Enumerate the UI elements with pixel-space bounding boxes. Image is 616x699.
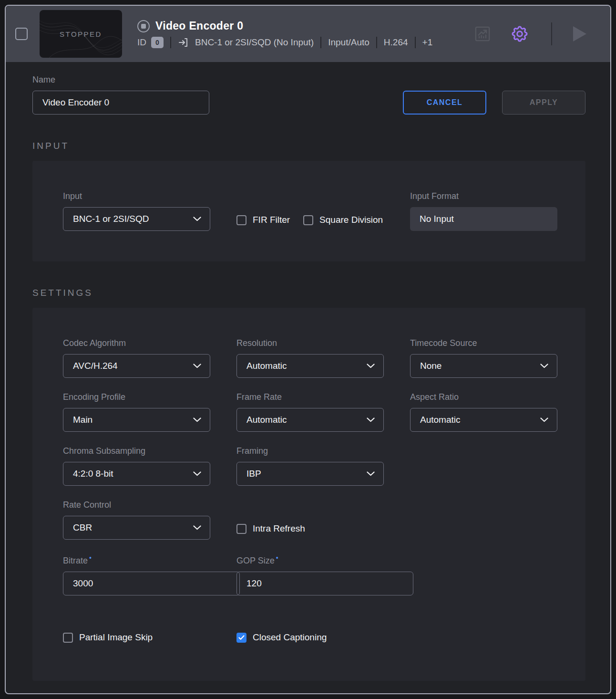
id-label: ID xyxy=(137,37,146,48)
play-icon xyxy=(573,26,586,42)
fir-filter-checkbox[interactable] xyxy=(236,215,246,225)
rate-control-field: Rate Control CBR xyxy=(63,500,210,540)
codec-algorithm-select[interactable]: AVC/H.264 xyxy=(63,354,210,378)
row-select-checkbox[interactable] xyxy=(15,28,28,40)
encoder-header: STOPPED Video Encoder 0 ID 0 BNC-1 or 2S… xyxy=(6,6,610,62)
intra-refresh-checkbox-row[interactable]: Intra Refresh xyxy=(236,523,305,534)
chevron-down-icon xyxy=(193,417,201,422)
input-field: Input BNC-1 or 2SI/SQD xyxy=(63,191,210,231)
start-encoder-button[interactable] xyxy=(573,26,610,42)
input-format-value: No Input xyxy=(410,207,557,231)
divider xyxy=(170,37,171,48)
closed-captioning-checkbox-row[interactable]: Closed Captioning xyxy=(236,632,384,643)
input-section-title: INPUT xyxy=(32,141,585,151)
input-format-label: Input Format xyxy=(410,191,557,201)
gear-icon xyxy=(510,24,529,43)
meta-input-mode: Input/Auto xyxy=(328,37,370,48)
resolution-field: Resolution Automatic xyxy=(236,338,384,378)
encoder-panel: STOPPED Video Encoder 0 ID 0 BNC-1 or 2S… xyxy=(5,5,611,694)
chart-icon xyxy=(473,24,492,43)
meta-codec: H.264 xyxy=(384,37,408,48)
chevron-down-icon xyxy=(193,471,201,476)
name-input[interactable] xyxy=(32,91,209,115)
gop-size-field: GOP Size xyxy=(236,554,384,595)
chevron-down-icon xyxy=(367,417,375,422)
chevron-down-icon xyxy=(540,364,548,368)
divider xyxy=(376,37,377,48)
encoding-profile-field: Encoding Profile Main xyxy=(63,392,210,432)
divider xyxy=(551,22,552,45)
codec-algorithm-field: Codec Algorithm AVC/H.264 xyxy=(63,338,210,378)
framing-select[interactable]: IBP xyxy=(236,462,384,486)
square-division-checkbox-row[interactable]: Square Division xyxy=(303,215,383,225)
frame-rate-field: Frame Rate Automatic xyxy=(236,392,384,432)
encoding-profile-select[interactable]: Main xyxy=(63,408,210,432)
chroma-subsampling-select[interactable]: 4:2:0 8-bit xyxy=(63,462,210,486)
aspect-ratio-select[interactable]: Automatic xyxy=(410,408,557,432)
closed-captioning-checkbox[interactable] xyxy=(236,633,246,643)
video-preview-thumbnail: STOPPED xyxy=(40,10,122,58)
input-source-text: BNC-1 or 2SI/SQD (No Input) xyxy=(195,37,314,48)
intra-refresh-checkbox[interactable] xyxy=(236,524,246,534)
name-label: Name xyxy=(32,75,209,85)
aspect-ratio-field: Aspect Ratio Automatic xyxy=(410,392,557,432)
chevron-down-icon xyxy=(193,217,201,221)
chevron-down-icon xyxy=(540,417,548,422)
chevron-down-icon xyxy=(193,364,201,368)
gop-size-input[interactable] xyxy=(236,572,413,595)
id-badge: 0 xyxy=(151,37,164,48)
input-card: Input BNC-1 or 2SI/SQD FIR Filter Square… xyxy=(32,161,585,261)
partial-image-skip-checkbox-row[interactable]: Partial Image Skip xyxy=(63,632,210,643)
settings-button[interactable] xyxy=(510,24,529,43)
timecode-source-select[interactable]: None xyxy=(410,354,557,378)
frame-rate-select[interactable]: Automatic xyxy=(236,408,384,432)
meta-more-count: +1 xyxy=(422,37,433,48)
partial-image-skip-checkbox[interactable] xyxy=(63,633,73,643)
input-label: Input xyxy=(63,191,210,201)
apply-button[interactable]: APPLY xyxy=(502,91,585,115)
input-format-field: Input Format No Input xyxy=(410,191,557,231)
bitrate-input[interactable] xyxy=(63,572,240,595)
fir-filter-checkbox-row[interactable]: FIR Filter xyxy=(236,215,290,225)
stopped-state-icon xyxy=(137,20,150,32)
timecode-source-field: Timecode Source None xyxy=(410,338,557,378)
check-icon xyxy=(238,635,245,640)
chevron-down-icon xyxy=(367,364,375,368)
chevron-down-icon xyxy=(193,525,201,530)
input-source-icon xyxy=(178,37,189,48)
divider xyxy=(320,37,321,48)
input-select[interactable]: BNC-1 or 2SI/SQD xyxy=(63,207,210,231)
settings-section-title: SETTINGS xyxy=(32,288,585,298)
analytics-button[interactable] xyxy=(473,24,492,43)
rate-control-select[interactable]: CBR xyxy=(63,516,210,540)
chroma-subsampling-field: Chroma Subsampling 4:2:0 8-bit xyxy=(63,446,210,486)
page-title: Video Encoder 0 xyxy=(155,20,243,32)
settings-card: Codec Algorithm AVC/H.264 Resolution Aut… xyxy=(32,308,585,681)
status-badge: STOPPED xyxy=(40,10,122,58)
bitrate-field: Bitrate xyxy=(63,554,210,595)
chevron-down-icon xyxy=(367,471,375,476)
square-division-checkbox[interactable] xyxy=(303,215,313,225)
cancel-button[interactable]: CANCEL xyxy=(403,91,486,115)
framing-field: Framing IBP xyxy=(236,446,384,486)
divider xyxy=(415,37,416,48)
resolution-select[interactable]: Automatic xyxy=(236,354,384,378)
